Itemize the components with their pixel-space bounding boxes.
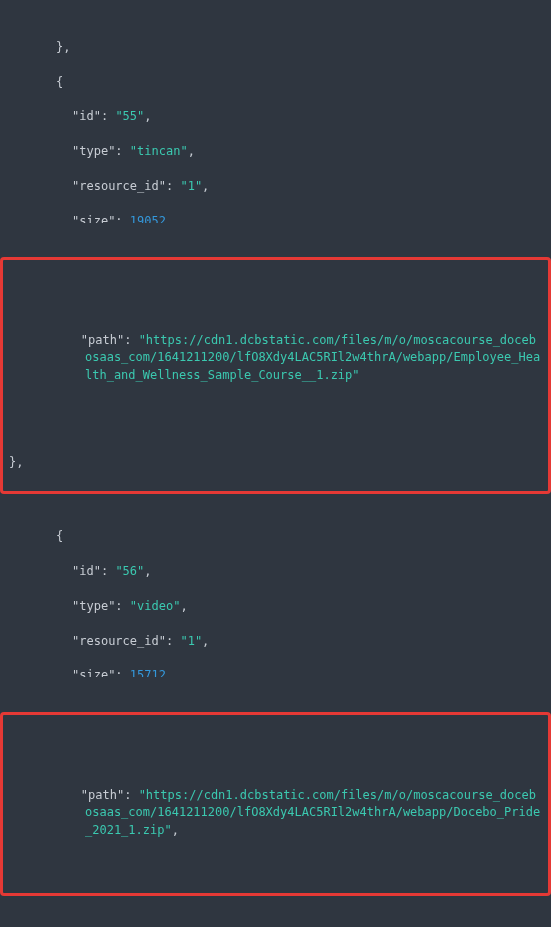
kv-size-partial: "size": 19052, (8, 213, 543, 223)
kv-path-1: "path": "https://cdn1.dcbstatic.com/file… (23, 332, 542, 384)
kv-size-partial: "size": 15712, (8, 667, 543, 677)
kv-type: "type": "tincan", (8, 143, 543, 160)
kv-id: "id": "56", (8, 563, 543, 580)
kv-resource-id: "resource_id": "1", (8, 633, 543, 650)
json-code-block: }, { "id": "55", "type": "tincan", "reso… (8, 4, 543, 927)
highlight-box-1: "path": "https://cdn1.dcbstatic.com/file… (0, 257, 551, 493)
brace-close: }, (9, 454, 542, 471)
brace-open: { (8, 528, 543, 545)
kv-id: "id": "55", (8, 108, 543, 125)
highlight-box-2: "path": "https://cdn1.dcbstatic.com/file… (0, 712, 551, 896)
brace-close: }, (8, 39, 543, 56)
kv-type: "type": "video", (8, 598, 543, 615)
kv-resource-id: "resource_id": "1", (8, 178, 543, 195)
kv-path-2: "path": "https://cdn1.dcbstatic.com/file… (23, 787, 542, 839)
brace-open: { (8, 74, 543, 91)
